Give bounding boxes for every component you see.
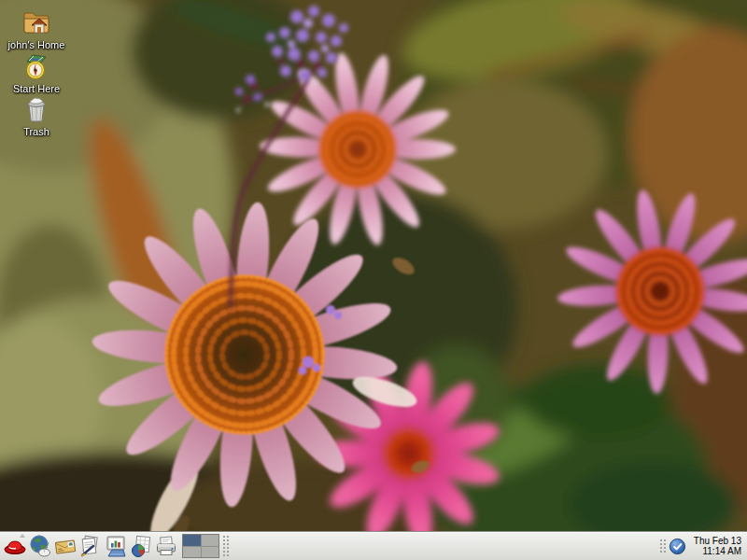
panel-right-area: Thu Feb 13 11:14 AM [656,536,745,556]
panel-clock[interactable]: Thu Feb 13 11:14 AM [688,536,745,556]
presentation-launcher[interactable] [103,533,128,560]
panel-drag-handle[interactable] [221,534,229,558]
trash-can-icon [21,93,52,125]
desktop-icon-trash[interactable]: Trash [0,93,73,137]
clock-time: 11:14 AM [694,546,741,556]
workspace-1[interactable] [183,535,201,546]
update-check-icon [669,538,686,555]
panel-drag-handle[interactable] [658,538,666,554]
desktop: john's Home Start Here Trash [0,0,747,560]
home-folder-icon [21,7,52,38]
red-hat-icon [3,534,27,558]
update-notifier[interactable] [668,536,688,556]
workspace-3[interactable] [183,547,201,558]
spreadsheet-launcher[interactable] [128,533,153,560]
workspace-2[interactable] [202,535,219,546]
bottom-panel: Thu Feb 13 11:14 AM [0,531,747,560]
word-processor-launcher[interactable] [78,533,103,560]
envelope-icon [53,534,78,558]
start-here-compass-icon [21,50,52,82]
desktop-icon-johns-home[interactable]: john's Home [0,7,73,50]
pie-sheet-icon [129,534,153,558]
workspace-4[interactable] [202,547,219,558]
desktop-icon-start-here[interactable]: Start Here [0,50,73,94]
main-menu-button[interactable] [2,533,27,560]
email-launcher[interactable] [52,533,78,560]
printer-icon [154,534,178,558]
menu-arrow-icon [20,534,25,538]
web-browser-launcher[interactable] [27,533,52,560]
workspace-switcher [182,534,219,558]
clock-date: Thu Feb 13 [694,536,741,546]
desktop-icon-label: john's Home [8,39,65,50]
wallpaper-image [0,0,747,531]
print-manager-launcher[interactable] [153,533,178,560]
desktop-icon-label: Trash [23,126,49,137]
chart-slide-icon [104,534,128,558]
pages-pen-icon [78,534,103,558]
globe-mouse-icon [28,534,52,558]
